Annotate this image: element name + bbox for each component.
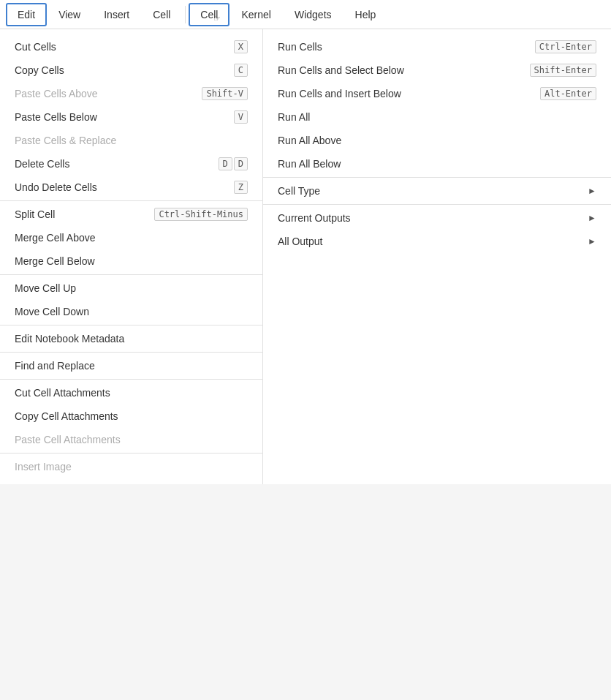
current-outputs-arrow: ► xyxy=(588,213,596,223)
edit-notebook-metadata[interactable]: Edit Notebook Metadata xyxy=(0,327,262,350)
split-cell[interactable]: Split Cell Ctrl-Shift-Minus xyxy=(0,203,262,226)
run-all[interactable]: Run All xyxy=(263,105,611,129)
all-output[interactable]: All Output ► xyxy=(263,230,611,253)
menu-widgets[interactable]: Widgets xyxy=(283,3,344,26)
menubar: Edit View Insert Cell Cell ☞ Kernel Widg… xyxy=(0,0,611,29)
menu-cell-left[interactable]: Cell xyxy=(141,3,182,26)
cut-cells[interactable]: Cut Cells X xyxy=(0,35,262,59)
merge-cell-below[interactable]: Merge Cell Below xyxy=(0,249,262,273)
run-all-below[interactable]: Run All Below xyxy=(263,152,611,176)
menu-insert[interactable]: Insert xyxy=(92,3,141,26)
paste-cells-below[interactable]: Paste Cells Below V xyxy=(0,105,262,129)
edit-dropdown: Cut Cells X Copy Cells C Paste Cells Abo… xyxy=(0,29,263,484)
copy-cells[interactable]: Copy Cells C xyxy=(0,59,262,82)
menu-help[interactable]: Help xyxy=(344,3,388,26)
edit-section-split-merge: Split Cell Ctrl-Shift-Minus Merge Cell A… xyxy=(0,201,262,275)
edit-section-move: Move Cell Up Move Cell Down xyxy=(0,275,262,325)
delete-cells[interactable]: Delete Cells D D xyxy=(0,152,262,176)
cell-section-run: Run Cells Ctrl-Enter Run Cells and Selec… xyxy=(263,34,611,178)
insert-image[interactable]: Insert Image xyxy=(0,455,262,478)
move-cell-down[interactable]: Move Cell Down xyxy=(0,300,262,323)
cut-cell-attachments[interactable]: Cut Cell Attachments xyxy=(0,381,262,404)
edit-section-attachments: Cut Cell Attachments Copy Cell Attachmen… xyxy=(0,380,262,454)
edit-section-find: Find and Replace xyxy=(0,353,262,380)
edit-section-image: Insert Image xyxy=(0,454,262,480)
copy-cell-attachments[interactable]: Copy Cell Attachments xyxy=(0,404,262,428)
all-output-arrow: ► xyxy=(588,236,596,246)
cell-dropdown: Run Cells Ctrl-Enter Run Cells and Selec… xyxy=(263,29,611,484)
paste-cell-attachments[interactable]: Paste Cell Attachments xyxy=(0,428,262,451)
undo-delete-cells[interactable]: Undo Delete Cells Z xyxy=(0,176,262,199)
run-cells-select-below[interactable]: Run Cells and Select Below Shift-Enter xyxy=(263,59,611,82)
paste-cells-replace[interactable]: Paste Cells & Replace xyxy=(0,129,262,152)
menu-cell-right[interactable]: Cell ☞ xyxy=(189,3,229,26)
menu-view[interactable]: View xyxy=(47,3,92,26)
find-and-replace[interactable]: Find and Replace xyxy=(0,354,262,377)
run-all-above[interactable]: Run All Above xyxy=(263,129,611,152)
current-outputs[interactable]: Current Outputs ► xyxy=(263,206,611,230)
merge-cell-above[interactable]: Merge Cell Above xyxy=(0,226,262,249)
menu-kernel[interactable]: Kernel xyxy=(229,3,282,26)
run-cells-insert-below[interactable]: Run Cells and Insert Below Alt-Enter xyxy=(263,82,611,105)
edit-section-metadata: Edit Notebook Metadata xyxy=(0,325,262,353)
move-cell-up[interactable]: Move Cell Up xyxy=(0,276,262,300)
run-cells[interactable]: Run Cells Ctrl-Enter xyxy=(263,35,611,59)
menu-edit[interactable]: Edit xyxy=(6,3,47,26)
paste-cells-above[interactable]: Paste Cells Above Shift-V xyxy=(0,82,262,105)
cell-type[interactable]: Cell Type ► xyxy=(263,179,611,203)
edit-section-clipboard: Cut Cells X Copy Cells C Paste Cells Abo… xyxy=(0,34,262,201)
menus-container: Cut Cells X Copy Cells C Paste Cells Abo… xyxy=(0,29,611,484)
cell-section-outputs: Current Outputs ► All Output ► xyxy=(263,205,611,255)
cell-type-arrow: ► xyxy=(588,186,596,196)
cell-section-type: Cell Type ► xyxy=(263,178,611,205)
